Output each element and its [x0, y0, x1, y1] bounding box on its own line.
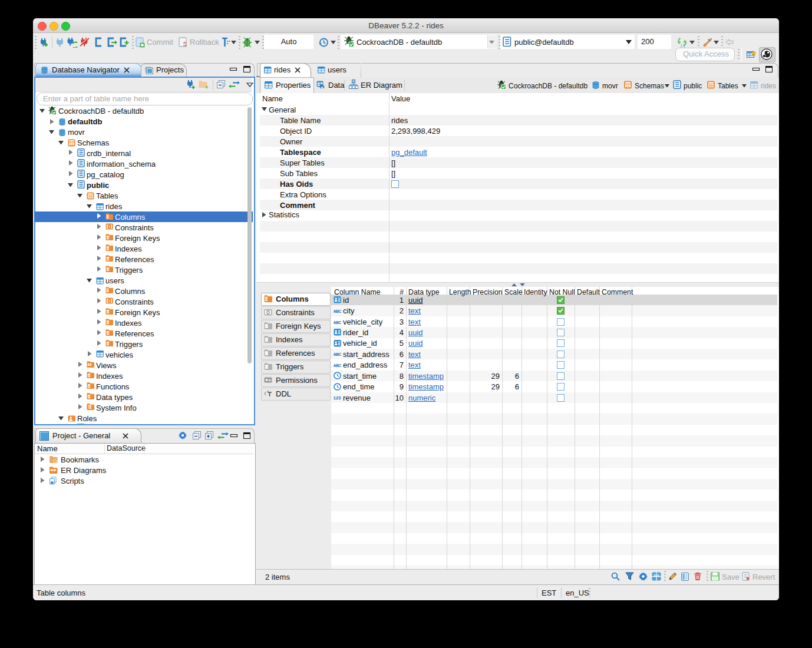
svg-text:(-): (-) — [681, 44, 685, 48]
